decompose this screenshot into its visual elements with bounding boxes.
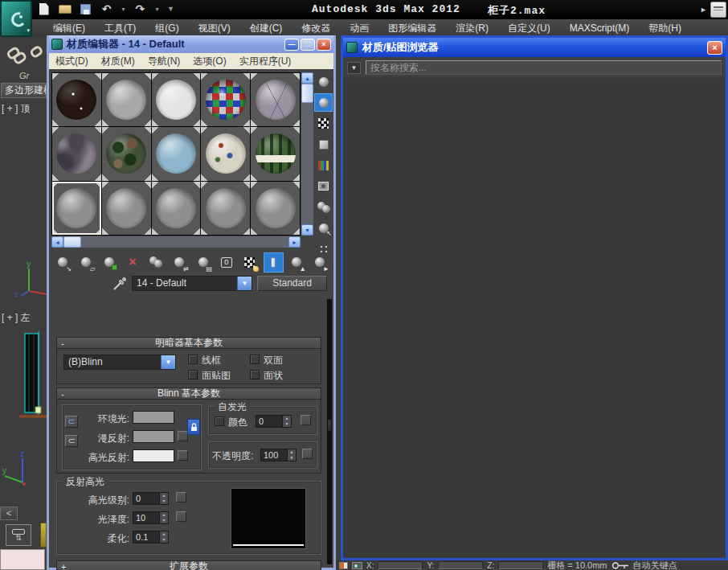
material-editor-titlebar[interactable]: 材质编辑器 - 14 - Default — □ × <box>49 35 333 53</box>
ambient-color-swatch[interactable] <box>133 411 174 424</box>
rollout-shader-basic-header[interactable]: - 明暗器基本参数 <box>56 337 321 349</box>
select-and-link-icon[interactable] <box>5 42 43 69</box>
3dsmax-logo-button[interactable]: ▾ <box>0 0 32 37</box>
scroll-right-icon[interactable]: ► <box>288 236 301 248</box>
specular-level-value[interactable]: 0 <box>133 492 160 505</box>
specular-level-map-button[interactable] <box>176 492 186 502</box>
sample-slot[interactable] <box>152 73 201 126</box>
sample-slot[interactable] <box>152 127 201 180</box>
y-coordinate-field[interactable] <box>438 561 483 569</box>
undo-dropdown-icon[interactable]: ▼ <box>121 6 126 12</box>
diffuse-color-swatch[interactable] <box>133 430 174 443</box>
sample-slot[interactable] <box>201 182 250 235</box>
viewport-top-label[interactable]: [ + ] 顶 <box>2 102 31 116</box>
self-illumination-map-button[interactable] <box>301 415 311 425</box>
put-material-to-scene-button[interactable]: ▱ <box>76 252 96 273</box>
opacity-value[interactable]: 100 <box>260 449 288 461</box>
menu-navigation[interactable]: 导航(N) <box>148 55 181 68</box>
opacity-spinner[interactable]: 100 ▲▼ <box>260 449 297 461</box>
ribbon-tab-polygon-modeling[interactable]: 多边形建模 <box>1 83 47 98</box>
self-illumination-value[interactable]: 0 <box>256 415 283 428</box>
soften-spinner[interactable]: 0.1 ▲▼ <box>133 531 169 543</box>
go-forward-to-sibling-button[interactable]: ► <box>310 252 330 273</box>
x-coordinate-field[interactable] <box>378 561 423 569</box>
scrollbar-thumb[interactable] <box>301 84 313 103</box>
two-sided-checkbox[interactable] <box>250 355 260 364</box>
pick-material-eyedropper-button[interactable] <box>112 276 128 292</box>
spin-up-icon[interactable]: ▲ <box>160 493 168 498</box>
faceted-checkbox[interactable] <box>250 370 260 379</box>
sample-slot[interactable] <box>102 127 151 180</box>
scrollbar-thumb[interactable] <box>63 236 81 248</box>
sample-slot[interactable] <box>152 182 201 235</box>
menu-customize[interactable]: 自定义(U) <box>500 20 558 37</box>
material-id-channel-button[interactable]: 0 <box>216 252 236 273</box>
lock-button[interactable] <box>187 419 200 435</box>
self-illumination-color-checkbox[interactable] <box>215 416 224 426</box>
material-name-value[interactable]: 14 - Default <box>133 277 237 290</box>
soften-value[interactable]: 0.1 <box>133 531 160 543</box>
specular-level-spinner[interactable]: 0 ▲▼ <box>133 492 169 505</box>
ambient-diffuse-lock-toggle[interactable]: ⊂ <box>65 416 78 428</box>
menu-views[interactable]: 视图(V) <box>190 20 239 37</box>
shader-type-dropdown[interactable]: (B)Blinn ▼ <box>63 355 176 370</box>
sample-slot[interactable] <box>201 127 250 180</box>
viewport-left-label[interactable]: [ + ] 左 <box>2 311 31 325</box>
titlebar-expand-icon[interactable]: ► <box>700 6 707 14</box>
menu-maxscript[interactable]: MAXScript(M) <box>562 21 638 35</box>
put-to-library-button[interactable]: ▤ <box>193 252 213 273</box>
menu-graph-editors[interactable]: 图形编辑器 <box>380 20 444 37</box>
new-file-button[interactable] <box>37 2 51 15</box>
close-button[interactable]: × <box>317 39 331 51</box>
save-file-button[interactable] <box>79 2 92 15</box>
show-end-result-button[interactable] <box>264 252 284 273</box>
auto-key-button[interactable]: 自动关键点 <box>633 560 677 570</box>
menu-options[interactable]: 选项(O) <box>193 55 226 68</box>
spin-down-icon[interactable]: ▼ <box>160 537 168 543</box>
chevron-down-icon[interactable]: ▼ <box>237 277 252 290</box>
background-button[interactable] <box>314 114 333 133</box>
menu-group[interactable]: 组(G) <box>147 20 186 37</box>
sample-slot-selected[interactable] <box>52 182 101 235</box>
reset-map-button[interactable]: × <box>123 252 143 273</box>
select-by-material-button[interactable]: ↖ <box>314 219 333 237</box>
timeline-previous-button[interactable]: < <box>0 506 18 520</box>
menu-modes[interactable]: 模式(D) <box>55 55 88 68</box>
sample-slot[interactable] <box>251 182 300 235</box>
menu-create[interactable]: 创建(C) <box>242 20 291 37</box>
chevron-down-icon[interactable]: ▼ <box>161 355 175 369</box>
spin-down-icon[interactable]: ▼ <box>288 455 296 461</box>
scrollbar-thumb[interactable] <box>328 420 331 431</box>
spin-down-icon[interactable]: ▼ <box>160 518 168 523</box>
rollout-extended-parameters[interactable]: + 扩展参数 <box>56 560 321 570</box>
menu-material[interactable]: 材质(M) <box>101 55 135 68</box>
spin-up-icon[interactable]: ▲ <box>288 449 296 455</box>
prompt-line-icon[interactable] <box>339 562 348 569</box>
backlight-button[interactable] <box>314 93 333 112</box>
rollout-blinn-basic-header[interactable]: - Blinn 基本参数 <box>56 388 321 400</box>
face-map-checkbox[interactable] <box>188 370 198 379</box>
open-mini-curve-editor-button[interactable]: ⇅ <box>6 524 31 546</box>
glossiness-value[interactable]: 10 <box>133 511 160 524</box>
menu-modifiers[interactable]: 修改器 <box>293 20 338 37</box>
menu-animation[interactable]: 动画 <box>342 20 377 37</box>
spin-down-icon[interactable]: ▼ <box>160 498 168 504</box>
spin-up-icon[interactable]: ▲ <box>160 531 168 537</box>
shader-type-value[interactable]: (B)Blinn <box>64 355 161 369</box>
specular-color-swatch[interactable] <box>133 449 174 462</box>
maxscript-mini-listener[interactable] <box>0 549 45 570</box>
sample-uv-tiling-button[interactable] <box>314 135 333 154</box>
options-button[interactable] <box>314 198 333 216</box>
sample-type-button[interactable] <box>314 72 333 91</box>
scrollbar-track[interactable] <box>301 103 313 224</box>
diffuse-specular-lock-toggle[interactable]: ⊂ <box>65 435 78 447</box>
specular-map-button[interactable] <box>178 450 188 461</box>
browser-close-button[interactable]: × <box>707 41 722 55</box>
search-input[interactable] <box>366 60 722 75</box>
video-color-check-button[interactable] <box>314 156 333 174</box>
scroll-up-icon[interactable]: ▲ <box>301 72 313 84</box>
get-material-button[interactable]: ↘ <box>52 252 72 273</box>
menu-edit[interactable]: 编辑(E) <box>45 20 93 37</box>
menu-tools[interactable]: 工具(T) <box>96 20 144 37</box>
maximize-button[interactable]: □ <box>301 39 315 51</box>
